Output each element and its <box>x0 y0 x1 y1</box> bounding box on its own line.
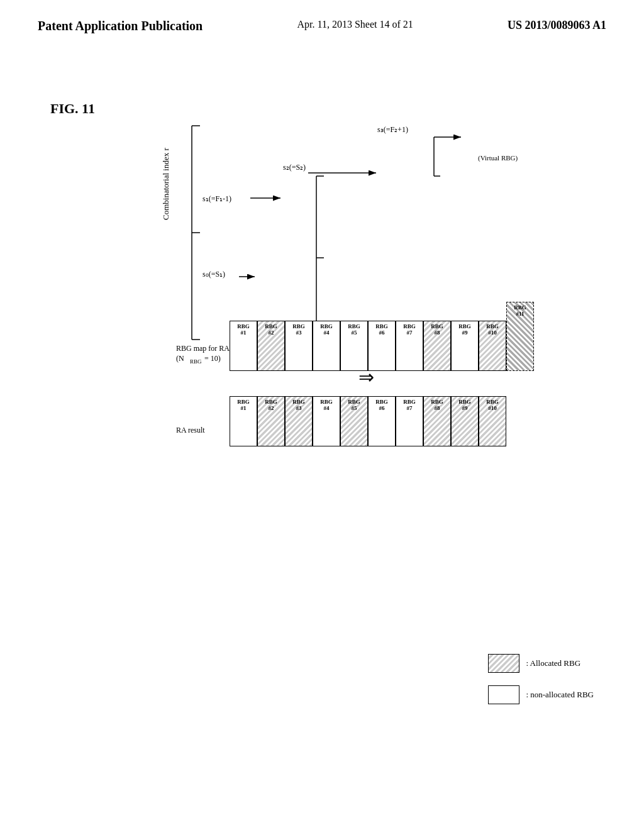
sheet-info: Apr. 11, 2013 Sheet 14 of 21 <box>297 19 413 30</box>
page-header: Patent Application Publication Apr. 11, … <box>0 0 644 33</box>
rbg-map-block-6: RBG#6 <box>368 321 396 371</box>
ra-result-block-6: RBG#6 <box>368 396 396 446</box>
legend-allocated-box <box>488 654 519 673</box>
ra-result-block-1: RBG#1 <box>230 396 257 446</box>
svg-text:RA result: RA result <box>176 426 205 434</box>
svg-text:s₁(=F₁-1): s₁(=F₁-1) <box>203 194 231 203</box>
rbg-map-block-8: RBG#8 <box>423 321 451 371</box>
legend-allocated-label: : Allocated RBG <box>526 658 580 668</box>
svg-text:(Virtual RBG): (Virtual RBG) <box>478 154 518 162</box>
svg-text:(N: (N <box>176 354 184 363</box>
svg-text:RBG: RBG <box>190 358 202 365</box>
ra-result-block-2: RBG#2 <box>257 396 285 446</box>
legend: : Allocated RBG : non-allocated RBG <box>488 654 594 704</box>
publication-title: Patent Application Publication <box>38 19 203 33</box>
svg-text:= 10): = 10) <box>204 354 221 363</box>
legend-non-allocated-label: : non-allocated RBG <box>526 690 594 700</box>
ra-result-block-8: RBG#8 <box>423 396 451 446</box>
rbg-map-block-2: RBG#2 <box>257 321 285 371</box>
svg-text:s₀(=S₁): s₀(=S₁) <box>203 270 225 279</box>
svg-text:Combinatorial index r: Combinatorial index r <box>161 148 170 220</box>
ra-result-block-3: RBG#3 <box>285 396 313 446</box>
legend-allocated: : Allocated RBG <box>488 654 594 673</box>
rbg-map-block-7: RBG#7 <box>396 321 423 371</box>
ra-result-block-9: RBG#9 <box>451 396 479 446</box>
svg-text:s₃(=F₂+1): s₃(=F₂+1) <box>377 125 408 134</box>
ra-result-block-4: RBG#4 <box>313 396 340 446</box>
rbg-map-block-9: RBG#9 <box>451 321 479 371</box>
rbg-map-block-3: RBG#3 <box>285 321 313 371</box>
rbg-map-block-11: RBG#11 <box>506 302 534 371</box>
legend-non-allocated-box <box>488 685 519 704</box>
legend-non-allocated: : non-allocated RBG <box>488 685 594 704</box>
svg-text:s₂(=S₂): s₂(=S₂) <box>283 163 306 172</box>
rbg-map-block-10: RBG#10 <box>479 321 506 371</box>
svg-text:RBG map for RA: RBG map for RA <box>176 344 230 353</box>
figure-label: FIG. 11 <box>50 101 95 117</box>
diagram-container: Combinatorial index r s₀(=S₁) s₁(=F₁-1) … <box>157 94 597 660</box>
diagram-svg: Combinatorial index r s₀(=S₁) s₁(=F₁-1) … <box>157 94 597 660</box>
ra-result-block-5: RBG#5 <box>340 396 368 446</box>
rbg-map-block-5: RBG#5 <box>340 321 368 371</box>
patent-number: US 2013/0089063 A1 <box>508 19 606 32</box>
rbg-map-block-4: RBG#4 <box>313 321 340 371</box>
rbg-map-block-1: RBG#1 <box>230 321 257 371</box>
ra-result-block-7: RBG#7 <box>396 396 423 446</box>
ra-result-block-10: RBG#10 <box>479 396 506 446</box>
